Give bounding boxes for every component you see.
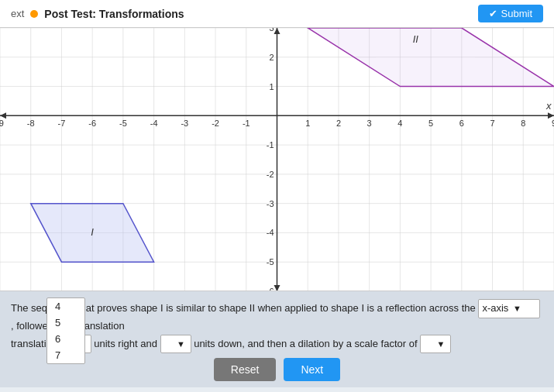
scale-factor-arrow: ▼ xyxy=(437,339,446,349)
next-button[interactable]: Next xyxy=(284,358,340,381)
ext-label: ext xyxy=(11,8,24,19)
units-down-value xyxy=(164,338,173,349)
question-text-4: units down, and then a dilation by a sca… xyxy=(194,337,417,349)
axis-select-value: x-axis xyxy=(482,302,508,314)
axis-select-arrow: ▼ xyxy=(513,304,521,313)
header: ext Post Test: Transformations ✔ Submit xyxy=(0,0,554,28)
graph-area xyxy=(0,28,554,291)
dropdown-item-7[interactable]: 7 xyxy=(47,347,84,363)
coordinate-graph xyxy=(0,28,554,291)
dropdown-item-6[interactable]: 6 xyxy=(47,331,84,347)
units-down-arrow: ▼ xyxy=(177,339,185,349)
page-title: Post Test: Transformations xyxy=(44,8,184,20)
status-dot xyxy=(30,10,38,18)
submit-label: Submit xyxy=(501,8,532,19)
buttons-row: Reset Next xyxy=(11,358,543,381)
scale-factor-value xyxy=(424,338,432,349)
submit-button[interactable]: ✔ Submit xyxy=(478,5,543,22)
question-text: The sequence that proves shape I is simi… xyxy=(11,299,543,353)
dropdown-item-5[interactable]: 5 xyxy=(47,315,84,331)
reset-button[interactable]: Reset xyxy=(214,358,277,381)
dropdown-popup[interactable]: 4 5 6 7 xyxy=(46,297,85,364)
scale-factor-select[interactable]: ▼ xyxy=(420,335,451,354)
question-text-3: units right and xyxy=(94,337,157,349)
axis-select[interactable]: x-axis ▼ xyxy=(478,299,540,318)
header-left: ext Post Test: Transformations xyxy=(11,8,184,20)
dropdown-item-4[interactable]: 4 xyxy=(47,298,84,315)
units-down-select[interactable]: ▼ xyxy=(160,335,191,354)
submit-check-icon: ✔ xyxy=(489,8,497,19)
question-area: The sequence that proves shape I is simi… xyxy=(0,291,554,387)
